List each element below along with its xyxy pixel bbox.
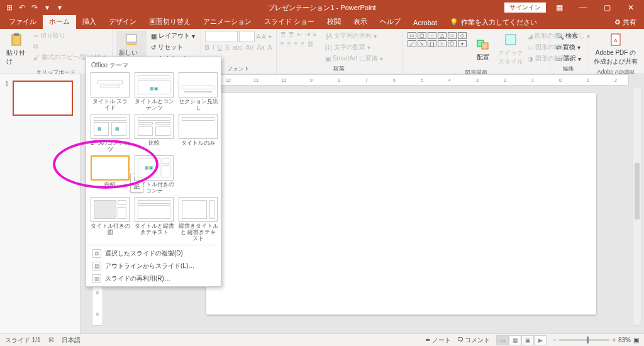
reuse-slides-menuitem[interactable]: ▥スライドの再利用(R)… <box>89 272 218 285</box>
scrollbar-vertical[interactable] <box>633 87 641 326</box>
shrink-font-icon[interactable]: A <box>262 33 266 40</box>
align-center-icon[interactable]: ≡ <box>287 40 291 47</box>
layout-option-2[interactable]: セクション見出し <box>178 72 218 111</box>
arrange-button[interactable]: 配置 <box>470 31 496 67</box>
scrollbar-thumb[interactable] <box>635 163 640 220</box>
undo-icon[interactable]: ↶ <box>18 3 26 12</box>
case-button[interactable]: Aa <box>257 44 264 51</box>
view-slideshow-icon[interactable]: ▶ <box>534 335 547 345</box>
ribbon-options-icon[interactable]: ▦ <box>548 0 570 15</box>
justify-icon[interactable]: ≡ <box>301 40 304 47</box>
thumbnail-1[interactable]: 1 <box>5 81 75 116</box>
tab-design[interactable]: デザイン <box>103 15 143 29</box>
tab-review[interactable]: 校閲 <box>321 15 347 29</box>
indent-inc-icon[interactable]: ⇥ <box>305 31 310 38</box>
align-right-icon[interactable]: ≡ <box>294 40 297 47</box>
underline-button[interactable]: U <box>218 44 222 51</box>
indent-dec-icon[interactable]: ⇤ <box>297 31 302 38</box>
align-left-icon[interactable]: ≡ <box>280 40 284 47</box>
reset-button[interactable]: ↺ リセット <box>149 42 197 52</box>
tab-file[interactable]: ファイル <box>3 15 43 29</box>
grow-font-icon[interactable]: A <box>256 33 260 40</box>
redo-icon[interactable]: ↷ <box>30 3 39 12</box>
smartart-button[interactable]: ▣ SmartArt に変換 ▾ <box>323 53 385 64</box>
notes-button[interactable]: ≐ ノート <box>425 336 451 345</box>
layout-option-0[interactable]: タイトル スライド <box>90 72 130 111</box>
font-color-button[interactable]: A <box>268 44 272 51</box>
layout-label: タイトル付きの図 <box>90 223 130 236</box>
replace-button[interactable]: ⇄ 置換 ▾ <box>554 42 583 52</box>
font-size[interactable] <box>239 31 255 42</box>
tab-transitions[interactable]: 画面切り替え <box>143 15 197 29</box>
view-normal-icon[interactable]: ▭ <box>496 335 509 345</box>
layout-option-10[interactable]: タイトルと縦書きテキスト <box>134 197 174 242</box>
thumbnail-preview[interactable] <box>13 81 73 116</box>
maximize-button[interactable]: ▢ <box>596 0 618 15</box>
cut-button[interactable]: ✂ 切り取り <box>31 31 108 41</box>
fit-window-icon[interactable]: ▣ <box>633 337 639 343</box>
layout-option-1[interactable]: ▦▣タイトルとコンテンツ <box>134 72 174 111</box>
customize-qat-icon[interactable]: ▾ <box>55 3 64 12</box>
slide[interactable] <box>206 93 596 315</box>
text-direction-button[interactable]: ‖A 文字列の方向 ▾ <box>323 31 385 41</box>
strike-button[interactable]: S <box>225 44 230 51</box>
layout-option-4[interactable]: 比較 <box>134 114 174 153</box>
outline-icon: ▤ <box>92 262 101 271</box>
copy-button[interactable]: ⧉ <box>31 42 108 51</box>
layout-option-11[interactable]: 縦書きタイトルと 縦書きテキスト <box>178 197 218 242</box>
tab-slideshow[interactable]: スライド ショー <box>258 15 321 29</box>
tell-me[interactable]: 💡作業を入力してください <box>443 16 543 29</box>
start-slideshow-icon[interactable]: ▾ <box>43 3 52 12</box>
layout-option-9[interactable]: タイトル付きの図 <box>90 197 130 242</box>
duplicate-slide-menuitem[interactable]: ⧉選択したスライドの複製(D) <box>89 247 218 260</box>
quick-styles-button[interactable]: クイック スタイル <box>498 31 523 67</box>
shadow-button[interactable]: abc <box>233 44 243 51</box>
layout-label: 縦書きタイトルと 縦書きテキスト <box>178 223 218 242</box>
tab-help[interactable]: ヘルプ <box>374 15 407 29</box>
italic-button[interactable]: I <box>213 44 214 51</box>
zoom-control[interactable]: − + 83% ▣ <box>553 337 639 343</box>
layout-button[interactable]: ▦ レイアウト ▾ <box>149 31 197 41</box>
language-label[interactable]: 日本語 <box>62 336 80 345</box>
font-name[interactable] <box>205 31 238 42</box>
zoom-level[interactable]: 83% <box>618 337 631 343</box>
zoom-in-icon[interactable]: + <box>612 337 616 343</box>
paste-button[interactable]: 貼り付け <box>4 31 29 67</box>
view-reading-icon[interactable]: ▣ <box>521 335 534 345</box>
minimize-button[interactable]: — <box>572 0 594 15</box>
spacing-button[interactable]: AV <box>246 44 254 51</box>
tab-insert[interactable]: 挿入 <box>76 15 103 29</box>
spellcheck-icon[interactable]: ☒ <box>48 337 54 343</box>
comments-button[interactable]: 🗨 コメント <box>457 336 491 345</box>
layout-preview <box>179 72 218 98</box>
zoom-slider[interactable] <box>559 339 609 341</box>
layout-option-3[interactable]: ▦▦2 つのコンテンツ <box>90 114 130 153</box>
svg-rect-2 <box>126 35 136 42</box>
zoom-out-icon[interactable]: − <box>553 337 557 343</box>
quick-styles-label: クイック スタイル <box>498 48 523 66</box>
close-button[interactable]: ✕ <box>620 0 641 15</box>
shapes-gallery[interactable]: ▭▢○△⇨◇ ／↘{ }☆⬠▾ <box>406 31 468 67</box>
bullets-icon[interactable]: ≣ <box>280 31 286 38</box>
columns-icon[interactable]: ▥ <box>308 40 313 47</box>
save-icon[interactable]: ⊞ <box>5 3 14 12</box>
layout-option-6[interactable]: 白紙白紙 <box>90 155 130 194</box>
layout-option-5[interactable]: タイトルのみ <box>178 114 218 153</box>
adobe-pdf-button[interactable]: A Adobe PDF の 作成および共有 <box>591 31 640 67</box>
slides-from-outline-menuitem[interactable]: ▤アウトラインからスライド(L)… <box>89 260 218 272</box>
share-button[interactable]: ♻ 共有 <box>607 16 644 29</box>
line-spacing-icon[interactable]: ≡ <box>313 31 317 38</box>
tab-animations[interactable]: アニメーション <box>197 15 258 29</box>
bold-button[interactable]: B <box>205 44 209 51</box>
align-text-button[interactable]: [‡] 文字の配置 ▾ <box>323 42 385 52</box>
slide-thumbnails[interactable]: 1 <box>0 74 80 333</box>
find-button[interactable]: 🔍 検索 <box>554 31 583 41</box>
clear-format-icon[interactable]: ✦ <box>267 33 272 40</box>
tab-acrobat[interactable]: Acrobat <box>407 17 443 29</box>
tab-view[interactable]: 表示 <box>347 15 374 29</box>
signin-button[interactable]: サインイン <box>504 3 546 13</box>
select-button[interactable]: ▭ 選択 ▾ <box>554 53 583 64</box>
tab-home[interactable]: ホーム <box>43 15 76 29</box>
view-sorter-icon[interactable]: ▦ <box>509 335 521 345</box>
numbering-icon[interactable]: ≣ <box>289 31 294 38</box>
